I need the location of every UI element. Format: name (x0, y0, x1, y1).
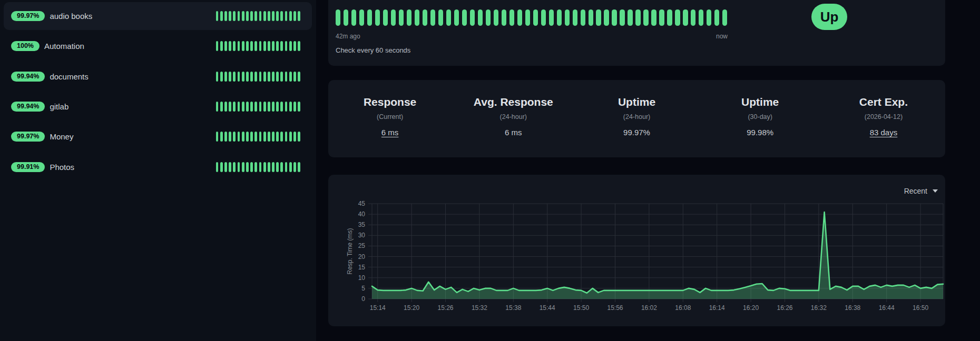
heartbeat-beat[interactable] (250, 102, 253, 112)
heartbeat-beat[interactable] (430, 9, 435, 26)
heartbeat-beat[interactable] (298, 41, 300, 51)
heartbeat-beat[interactable] (224, 162, 227, 172)
heartbeat-beat[interactable] (242, 162, 244, 172)
heartbeat-beat[interactable] (246, 41, 249, 51)
monitor-list-item[interactable]: 99.91%Photos (4, 153, 312, 181)
heartbeat-beat[interactable] (280, 132, 283, 142)
heartbeat-beat[interactable] (233, 72, 236, 82)
heartbeat-beat[interactable] (643, 9, 648, 26)
heartbeat-beat[interactable] (259, 102, 262, 112)
heartbeat-beat[interactable] (229, 72, 231, 82)
heartbeat-beat[interactable] (596, 9, 601, 26)
heartbeat-beat[interactable] (272, 72, 275, 82)
heartbeat-beat[interactable] (359, 9, 364, 26)
mini-heartbeat-bar[interactable] (216, 11, 300, 21)
heartbeat-beat[interactable] (216, 162, 219, 172)
heartbeat-beat[interactable] (375, 9, 380, 26)
heartbeat-beat[interactable] (259, 132, 262, 142)
heartbeat-beat[interactable] (293, 11, 296, 21)
monitor-list-item[interactable]: 99.97%Money (4, 123, 312, 151)
heartbeat-beat[interactable] (285, 132, 288, 142)
heartbeat-beat[interactable] (298, 102, 300, 112)
heartbeat-beat[interactable] (263, 162, 266, 172)
heartbeat-beat[interactable] (224, 132, 227, 142)
heartbeat-beat[interactable] (250, 162, 253, 172)
heartbeat-beat[interactable] (533, 9, 538, 26)
heartbeat-beat[interactable] (220, 11, 223, 21)
heartbeat-beat[interactable] (242, 132, 244, 142)
heartbeat-beat[interactable] (233, 102, 236, 112)
heartbeat-beat[interactable] (242, 41, 244, 51)
heartbeat-beat[interactable] (216, 41, 219, 51)
heartbeat-beat[interactable] (238, 41, 240, 51)
heartbeat-beat[interactable] (285, 11, 288, 21)
monitor-list-item[interactable]: 99.94%gitlab (4, 93, 312, 121)
heartbeat-beat[interactable] (293, 41, 296, 51)
heartbeat-beat[interactable] (407, 9, 411, 26)
heartbeat-beat[interactable] (573, 9, 577, 26)
heartbeat-beat[interactable] (238, 132, 240, 142)
heartbeat-beat[interactable] (276, 162, 279, 172)
mini-heartbeat-bar[interactable] (216, 102, 300, 112)
heartbeat-beat[interactable] (589, 9, 593, 26)
heartbeat-beat[interactable] (268, 162, 270, 172)
heartbeat-beat[interactable] (541, 9, 546, 26)
heartbeat-beat[interactable] (254, 132, 257, 142)
heartbeat-beat[interactable] (667, 9, 672, 26)
heartbeat-bar[interactable] (336, 9, 727, 26)
heartbeat-beat[interactable] (242, 11, 244, 21)
heartbeat-beat[interactable] (224, 41, 227, 51)
heartbeat-beat[interactable] (233, 11, 236, 21)
heartbeat-beat[interactable] (272, 132, 275, 142)
heartbeat-beat[interactable] (336, 9, 340, 26)
heartbeat-beat[interactable] (399, 9, 404, 26)
heartbeat-beat[interactable] (714, 9, 719, 26)
heartbeat-beat[interactable] (293, 72, 296, 82)
heartbeat-beat[interactable] (604, 9, 609, 26)
heartbeat-beat[interactable] (675, 9, 680, 26)
heartbeat-beat[interactable] (298, 72, 300, 82)
heartbeat-beat[interactable] (683, 9, 688, 26)
heartbeat-beat[interactable] (557, 9, 562, 26)
monitor-list-item[interactable]: 100%Automation (4, 32, 312, 60)
heartbeat-beat[interactable] (220, 162, 223, 172)
mini-heartbeat-bar[interactable] (216, 162, 300, 172)
heartbeat-beat[interactable] (263, 102, 266, 112)
heartbeat-beat[interactable] (220, 132, 223, 142)
heartbeat-beat[interactable] (276, 11, 279, 21)
heartbeat-beat[interactable] (470, 9, 475, 26)
heartbeat-beat[interactable] (224, 72, 227, 82)
heartbeat-beat[interactable] (259, 72, 262, 82)
heartbeat-beat[interactable] (367, 9, 372, 26)
heartbeat-beat[interactable] (612, 9, 616, 26)
heartbeat-beat[interactable] (238, 102, 240, 112)
heartbeat-beat[interactable] (280, 11, 283, 21)
heartbeat-beat[interactable] (272, 102, 275, 112)
heartbeat-beat[interactable] (216, 102, 219, 112)
heartbeat-beat[interactable] (242, 72, 244, 82)
heartbeat-beat[interactable] (391, 9, 396, 26)
heartbeat-beat[interactable] (268, 132, 270, 142)
heartbeat-beat[interactable] (699, 9, 703, 26)
heartbeat-beat[interactable] (722, 9, 727, 26)
heartbeat-beat[interactable] (289, 72, 292, 82)
heartbeat-beat[interactable] (351, 9, 356, 26)
heartbeat-beat[interactable] (233, 162, 236, 172)
heartbeat-beat[interactable] (254, 102, 257, 112)
heartbeat-beat[interactable] (423, 9, 427, 26)
heartbeat-beat[interactable] (509, 9, 514, 26)
heartbeat-beat[interactable] (254, 72, 257, 82)
heartbeat-beat[interactable] (238, 72, 240, 82)
heartbeat-beat[interactable] (454, 9, 459, 26)
heartbeat-beat[interactable] (635, 9, 640, 26)
heartbeat-beat[interactable] (246, 132, 249, 142)
heartbeat-beat[interactable] (415, 9, 419, 26)
heartbeat-beat[interactable] (276, 102, 279, 112)
heartbeat-beat[interactable] (383, 9, 388, 26)
heartbeat-beat[interactable] (229, 11, 231, 21)
heartbeat-beat[interactable] (216, 72, 219, 82)
heartbeat-beat[interactable] (238, 11, 240, 21)
monitor-list-item[interactable]: 99.97%audio books (4, 2, 312, 30)
heartbeat-beat[interactable] (446, 9, 451, 26)
heartbeat-beat[interactable] (285, 102, 288, 112)
